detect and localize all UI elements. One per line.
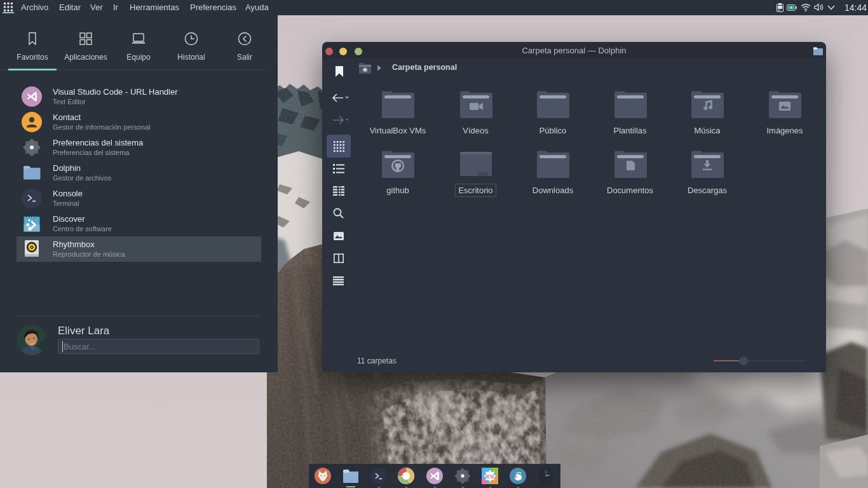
svg-text:KV: KV (486, 473, 494, 480)
svg-text:12: 12 (544, 470, 548, 473)
